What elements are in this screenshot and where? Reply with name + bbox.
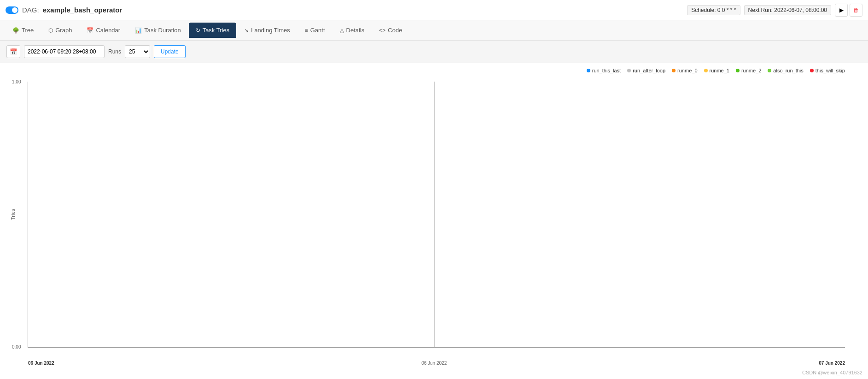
date-input[interactable] [24, 45, 105, 58]
runs-label: Runs [108, 48, 121, 55]
update-button[interactable]: Update [154, 45, 186, 58]
x-label-start: 06 Jun 2022 [28, 361, 54, 366]
tab-code[interactable]: <>Code [372, 23, 409, 38]
calendar-button[interactable]: 📅 [6, 45, 20, 58]
gantt-icon: ≡ [305, 27, 308, 34]
dag-name: example_bash_operator [43, 6, 122, 14]
calendar-label: Calendar [96, 27, 120, 34]
y-top-label: 1.00 [12, 79, 21, 84]
details-icon: △ [340, 27, 344, 34]
schedule-badge: Schedule: 0 0 * * * [687, 5, 740, 15]
x-label-end: 07 Jun 2022 [819, 361, 845, 366]
chart-divider [434, 82, 435, 347]
legend-label-runme_2: runme_2 [741, 68, 761, 73]
graph-label: Graph [55, 27, 72, 34]
legend-dot-run_after_loop [627, 69, 631, 72]
y-bottom-label: 0.00 [12, 344, 21, 349]
legend-item-this_will_skip: this_will_skip [810, 68, 845, 73]
top-bar: DAG: example_bash_operator Schedule: 0 0… [0, 0, 868, 20]
chart-container: run_this_lastrun_after_looprunme_0runme_… [0, 63, 868, 371]
chart-legend: run_this_lastrun_after_looprunme_0runme_… [587, 68, 845, 73]
next-run-badge: Next Run: 2022-06-07, 08:00:00 [744, 5, 831, 15]
tab-tree[interactable]: 🌳Tree [6, 23, 41, 38]
x-axis-labels: 06 Jun 2022 06 Jun 2022 07 Jun 2022 [28, 361, 845, 366]
legend-item-run_after_loop: run_after_loop [627, 68, 665, 73]
legend-dot-runme_1 [704, 69, 708, 72]
dag-toggle-icon[interactable] [6, 6, 18, 14]
watermark: CSDN @weixin_40791632 [802, 370, 862, 371]
legend-item-runme_2: runme_2 [736, 68, 761, 73]
legend-label-this_will_skip: this_will_skip [816, 68, 845, 73]
legend-dot-runme_0 [672, 69, 676, 72]
task-duration-label: Task Duration [144, 27, 181, 34]
legend-label-runme_1: runme_1 [710, 68, 729, 73]
nav-tabs: 🌳Tree⬡Graph📅Calendar📊Task Duration↻Task … [0, 20, 868, 41]
delete-button[interactable]: 🗑 [850, 4, 862, 17]
task-duration-icon: 📊 [135, 27, 142, 34]
legend-dot-also_run_this [768, 69, 771, 72]
task-tries-icon: ↻ [196, 27, 200, 34]
legend-label-run_after_loop: run_after_loop [633, 68, 665, 73]
chart-area: Tries 1.00 0.00 06 Jun 2022 06 Jun 2022 … [28, 82, 845, 348]
code-label: Code [388, 27, 402, 34]
action-icons: ▶ 🗑 [835, 4, 862, 17]
legend-item-runme_0: runme_0 [672, 68, 697, 73]
legend-dot-this_will_skip [810, 69, 814, 72]
legend-label-runme_0: runme_0 [677, 68, 697, 73]
landing-times-label: Landing Times [251, 27, 290, 34]
code-icon: <> [379, 27, 385, 34]
tab-task-tries[interactable]: ↻Task Tries [189, 23, 237, 38]
tree-label: Tree [22, 27, 34, 34]
task-tries-label: Task Tries [203, 27, 230, 34]
calendar-icon: 📅 [10, 48, 17, 55]
legend-dot-run_this_last [587, 69, 590, 72]
tab-graph[interactable]: ⬡Graph [41, 23, 79, 38]
toolbar: 📅 Runs 25 10 50 Update [0, 41, 868, 63]
y-axis-label: Tries [10, 209, 16, 220]
tab-task-duration[interactable]: 📊Task Duration [128, 23, 187, 38]
graph-icon: ⬡ [48, 27, 53, 34]
calendar-icon: 📅 [87, 27, 93, 34]
play-button[interactable]: ▶ [835, 4, 848, 17]
legend-label-also_run_this: also_run_this [773, 68, 803, 73]
legend-item-also_run_this: also_run_this [768, 68, 803, 73]
tab-gantt[interactable]: ≡Gantt [298, 23, 332, 38]
tab-calendar[interactable]: 📅Calendar [80, 23, 127, 38]
tree-icon: 🌳 [12, 27, 19, 34]
legend-item-runme_1: runme_1 [704, 68, 729, 73]
runs-select[interactable]: 25 10 50 [125, 45, 150, 58]
landing-times-icon: ↘ [244, 27, 249, 34]
legend-label-run_this_last: run_this_last [592, 68, 621, 73]
schedule-info: Schedule: 0 0 * * * Next Run: 2022-06-07… [687, 4, 862, 17]
legend-dot-runme_2 [736, 69, 740, 72]
tab-landing-times[interactable]: ↘Landing Times [237, 23, 297, 38]
dag-label: DAG: [22, 6, 39, 14]
details-label: Details [346, 27, 365, 34]
tab-details[interactable]: △Details [333, 23, 372, 38]
legend-item-run_this_last: run_this_last [587, 68, 621, 73]
x-label-mid: 06 Jun 2022 [421, 361, 447, 366]
gantt-label: Gantt [310, 27, 325, 34]
dag-title: DAG: example_bash_operator [6, 6, 122, 14]
